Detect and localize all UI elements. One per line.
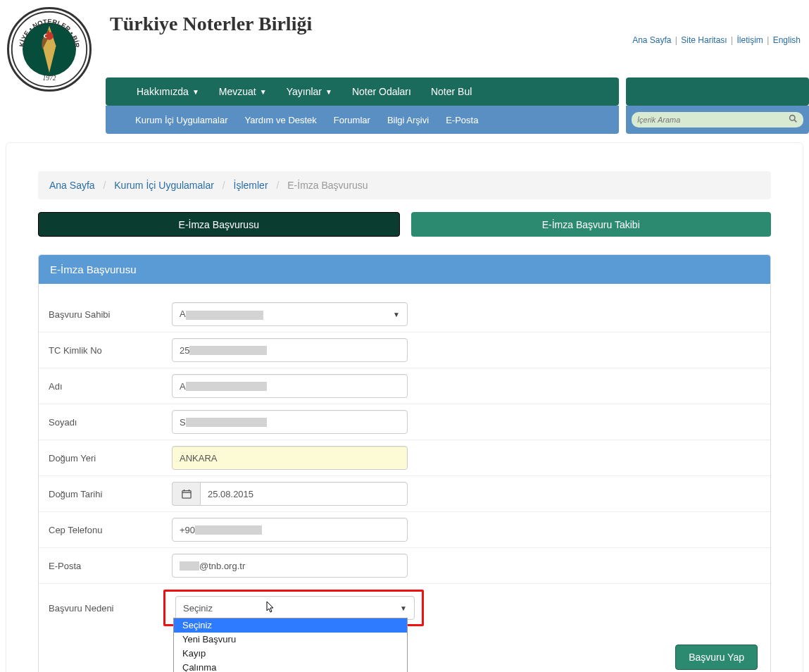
subnav-email[interactable]: E-Posta xyxy=(437,106,487,134)
link-contact[interactable]: İletişim xyxy=(736,35,763,45)
subnav-forums[interactable]: Forumlar xyxy=(325,106,379,134)
subnav-help[interactable]: Yardım ve Destek xyxy=(237,106,325,134)
caret-down-icon: ▼ xyxy=(260,88,267,96)
cursor-icon xyxy=(266,601,276,616)
nav-item-about[interactable]: Hakkımızda▼ xyxy=(127,77,209,106)
link-sitemap[interactable]: Site Haritası xyxy=(681,35,727,45)
input-birthdate[interactable] xyxy=(200,482,408,506)
submit-button[interactable]: Başvuru Yap xyxy=(675,645,758,670)
nav-item-legislation[interactable]: Mevzuat▼ xyxy=(209,77,277,106)
label-birthplace: Doğum Yeri xyxy=(49,453,172,463)
subnav-internal-apps[interactable]: Kurum İçi Uygulamalar xyxy=(127,106,237,134)
reason-dropdown: Seçiniz Yeni Başvuru Kayıp Çalınma Yenil… xyxy=(173,618,408,672)
nav-sub: Kurum İçi Uygulamalar Yardım ve Destek F… xyxy=(106,106,619,134)
crumb-home[interactable]: Ana Sayfa xyxy=(49,180,95,191)
search-icon[interactable] xyxy=(789,114,798,125)
content-card: Ana Sayfa / Kurum İçi Uygulamalar / İşle… xyxy=(6,142,803,672)
tab-apply[interactable]: E-İmza Başvurusu xyxy=(38,212,400,237)
reason-option[interactable]: Seçiniz xyxy=(174,618,407,633)
reason-option[interactable]: Yeni Başvuru xyxy=(174,633,407,647)
chevron-down-icon: ▼ xyxy=(393,311,400,318)
tab-track[interactable]: E-İmza Başvuru Takibi xyxy=(411,212,772,237)
subnav-archive[interactable]: Bilgi Arşivi xyxy=(379,106,437,134)
reason-option[interactable]: Çalınma xyxy=(174,661,407,672)
svg-point-5 xyxy=(790,116,795,120)
breadcrumb: Ana Sayfa / Kurum İçi Uygulamalar / İşle… xyxy=(38,171,771,199)
input-surname[interactable]: S xyxy=(172,410,408,434)
caret-down-icon: ▼ xyxy=(325,88,332,96)
label-email: E-Posta xyxy=(49,561,172,571)
input-email[interactable]: @tnb.org.tr xyxy=(172,554,408,578)
caret-down-icon: ▼ xyxy=(192,88,199,96)
crumb-ops[interactable]: İşlemler xyxy=(234,180,268,191)
highlight-box: Seçiniz ▼ Seçiniz Yeni Başvuru Kayıp xyxy=(163,590,424,626)
input-birthplace[interactable] xyxy=(172,446,408,470)
svg-point-2 xyxy=(45,32,53,39)
label-name: Adı xyxy=(49,381,172,392)
calendar-icon[interactable] xyxy=(172,482,200,506)
label-owner: Başvuru Sahibi xyxy=(49,309,172,320)
search-wrap xyxy=(626,106,809,134)
select-reason[interactable]: Seçiniz ▼ xyxy=(175,596,415,620)
svg-rect-7 xyxy=(182,491,190,499)
svg-text:1972: 1972 xyxy=(43,75,56,82)
label-surname: Soyadı xyxy=(49,417,172,428)
label-tc: TC Kimlik No xyxy=(49,345,172,356)
input-name[interactable]: A xyxy=(172,374,408,398)
svg-line-6 xyxy=(794,120,796,122)
site-logo[interactable]: TÜRKİYE • NOTERLER • BİRLİĞİ 1972 xyxy=(0,7,99,92)
nav-green-spacer xyxy=(626,77,809,106)
label-birthdate: Doğum Tarihi xyxy=(49,489,172,499)
nav-item-chambers[interactable]: Noter Odaları xyxy=(342,77,421,106)
crumb-current: E-İmza Başvurusu xyxy=(287,180,368,191)
chevron-down-icon: ▼ xyxy=(400,604,407,612)
input-phone[interactable]: +90 xyxy=(172,518,408,542)
nav-item-publications[interactable]: Yayınlar▼ xyxy=(277,77,342,106)
input-tc[interactable]: 25 xyxy=(172,338,408,362)
panel-title: E-İmza Başvurusu xyxy=(39,255,770,284)
label-reason: Başvuru Nedeni xyxy=(49,603,172,614)
link-english[interactable]: English xyxy=(773,35,801,45)
select-owner[interactable]: A ▼ xyxy=(172,302,408,326)
reason-option[interactable]: Kayıp xyxy=(174,647,407,661)
label-phone: Cep Telefonu xyxy=(49,525,172,535)
nav-main: Hakkımızda▼ Mevzuat▼ Yayınlar▼ Noter Oda… xyxy=(106,77,619,106)
form-panel: E-İmza Başvurusu Başvuru Sahibi A ▼ TC K… xyxy=(38,254,771,672)
nav-item-find-notary[interactable]: Noter Bul xyxy=(421,77,482,106)
crumb-apps[interactable]: Kurum İçi Uygulamalar xyxy=(114,180,214,191)
top-links: Ana Sayfa | Site Haritası | İletişim | E… xyxy=(632,35,801,45)
search-input[interactable] xyxy=(637,116,789,124)
link-home[interactable]: Ana Sayfa xyxy=(632,35,671,45)
